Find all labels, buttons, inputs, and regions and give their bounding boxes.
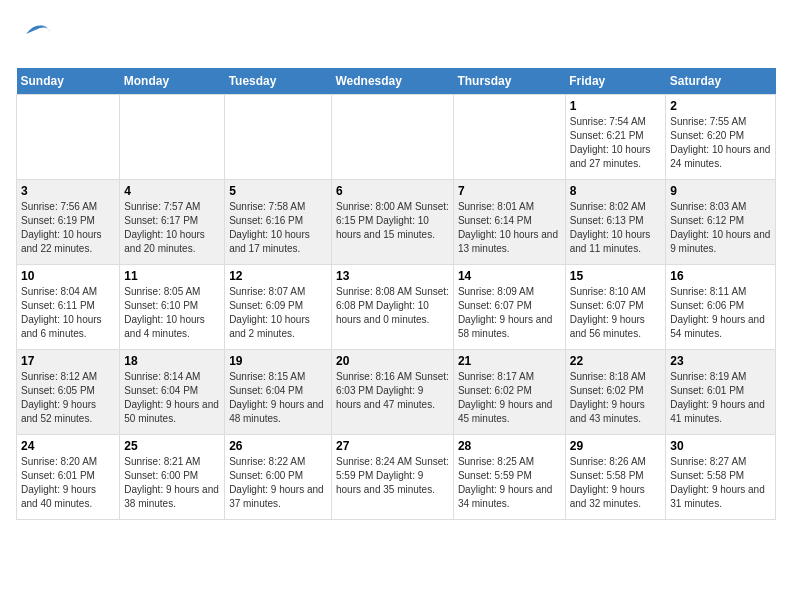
calendar-cell: 30Sunrise: 8:27 AM Sunset: 5:58 PM Dayli… (666, 435, 776, 520)
calendar-cell: 28Sunrise: 8:25 AM Sunset: 5:59 PM Dayli… (453, 435, 565, 520)
day-detail: Sunrise: 8:05 AM Sunset: 6:10 PM Dayligh… (124, 285, 220, 341)
calendar-cell: 15Sunrise: 8:10 AM Sunset: 6:07 PM Dayli… (565, 265, 665, 350)
day-number: 9 (670, 184, 771, 198)
calendar-cell: 25Sunrise: 8:21 AM Sunset: 6:00 PM Dayli… (120, 435, 225, 520)
day-number: 8 (570, 184, 661, 198)
day-detail: Sunrise: 8:04 AM Sunset: 6:11 PM Dayligh… (21, 285, 115, 341)
day-detail: Sunrise: 7:58 AM Sunset: 6:16 PM Dayligh… (229, 200, 327, 256)
calendar-cell (331, 95, 453, 180)
day-number: 15 (570, 269, 661, 283)
day-number: 22 (570, 354, 661, 368)
day-detail: Sunrise: 8:21 AM Sunset: 6:00 PM Dayligh… (124, 455, 220, 511)
calendar-cell: 23Sunrise: 8:19 AM Sunset: 6:01 PM Dayli… (666, 350, 776, 435)
logo-icon (16, 16, 56, 56)
day-number: 14 (458, 269, 561, 283)
calendar-cell: 6Sunrise: 8:00 AM Sunset: 6:15 PM Daylig… (331, 180, 453, 265)
day-detail: Sunrise: 8:12 AM Sunset: 6:05 PM Dayligh… (21, 370, 115, 426)
calendar-cell: 10Sunrise: 8:04 AM Sunset: 6:11 PM Dayli… (17, 265, 120, 350)
day-detail: Sunrise: 8:17 AM Sunset: 6:02 PM Dayligh… (458, 370, 561, 426)
day-detail: Sunrise: 7:55 AM Sunset: 6:20 PM Dayligh… (670, 115, 771, 171)
day-number: 3 (21, 184, 115, 198)
calendar-week-row: 10Sunrise: 8:04 AM Sunset: 6:11 PM Dayli… (17, 265, 776, 350)
calendar-cell: 24Sunrise: 8:20 AM Sunset: 6:01 PM Dayli… (17, 435, 120, 520)
day-detail: Sunrise: 8:00 AM Sunset: 6:15 PM Dayligh… (336, 200, 449, 242)
page-header (16, 16, 776, 56)
day-number: 24 (21, 439, 115, 453)
calendar-cell (453, 95, 565, 180)
calendar-cell: 12Sunrise: 8:07 AM Sunset: 6:09 PM Dayli… (225, 265, 332, 350)
calendar-cell (17, 95, 120, 180)
weekday-header: Thursday (453, 68, 565, 95)
day-detail: Sunrise: 8:24 AM Sunset: 5:59 PM Dayligh… (336, 455, 449, 497)
day-number: 27 (336, 439, 449, 453)
calendar-cell: 11Sunrise: 8:05 AM Sunset: 6:10 PM Dayli… (120, 265, 225, 350)
day-number: 16 (670, 269, 771, 283)
day-number: 6 (336, 184, 449, 198)
day-detail: Sunrise: 8:14 AM Sunset: 6:04 PM Dayligh… (124, 370, 220, 426)
calendar-week-row: 17Sunrise: 8:12 AM Sunset: 6:05 PM Dayli… (17, 350, 776, 435)
day-number: 10 (21, 269, 115, 283)
calendar-cell: 1Sunrise: 7:54 AM Sunset: 6:21 PM Daylig… (565, 95, 665, 180)
day-detail: Sunrise: 8:09 AM Sunset: 6:07 PM Dayligh… (458, 285, 561, 341)
calendar-cell: 20Sunrise: 8:16 AM Sunset: 6:03 PM Dayli… (331, 350, 453, 435)
day-detail: Sunrise: 8:27 AM Sunset: 5:58 PM Dayligh… (670, 455, 771, 511)
day-number: 29 (570, 439, 661, 453)
calendar-cell: 13Sunrise: 8:08 AM Sunset: 6:08 PM Dayli… (331, 265, 453, 350)
day-number: 2 (670, 99, 771, 113)
calendar-cell: 29Sunrise: 8:26 AM Sunset: 5:58 PM Dayli… (565, 435, 665, 520)
day-detail: Sunrise: 8:08 AM Sunset: 6:08 PM Dayligh… (336, 285, 449, 327)
day-detail: Sunrise: 8:26 AM Sunset: 5:58 PM Dayligh… (570, 455, 661, 511)
logo (16, 16, 60, 56)
weekday-header: Tuesday (225, 68, 332, 95)
calendar-cell (225, 95, 332, 180)
calendar-cell: 8Sunrise: 8:02 AM Sunset: 6:13 PM Daylig… (565, 180, 665, 265)
weekday-header: Friday (565, 68, 665, 95)
day-detail: Sunrise: 8:18 AM Sunset: 6:02 PM Dayligh… (570, 370, 661, 426)
day-detail: Sunrise: 8:10 AM Sunset: 6:07 PM Dayligh… (570, 285, 661, 341)
weekday-header: Saturday (666, 68, 776, 95)
day-number: 11 (124, 269, 220, 283)
day-detail: Sunrise: 7:54 AM Sunset: 6:21 PM Dayligh… (570, 115, 661, 171)
weekday-header: Sunday (17, 68, 120, 95)
calendar-cell: 26Sunrise: 8:22 AM Sunset: 6:00 PM Dayli… (225, 435, 332, 520)
day-detail: Sunrise: 7:57 AM Sunset: 6:17 PM Dayligh… (124, 200, 220, 256)
day-detail: Sunrise: 8:15 AM Sunset: 6:04 PM Dayligh… (229, 370, 327, 426)
calendar-cell: 21Sunrise: 8:17 AM Sunset: 6:02 PM Dayli… (453, 350, 565, 435)
calendar-week-row: 1Sunrise: 7:54 AM Sunset: 6:21 PM Daylig… (17, 95, 776, 180)
calendar-cell: 5Sunrise: 7:58 AM Sunset: 6:16 PM Daylig… (225, 180, 332, 265)
calendar-table: SundayMondayTuesdayWednesdayThursdayFrid… (16, 68, 776, 520)
day-detail: Sunrise: 8:25 AM Sunset: 5:59 PM Dayligh… (458, 455, 561, 511)
day-number: 5 (229, 184, 327, 198)
day-number: 28 (458, 439, 561, 453)
day-number: 4 (124, 184, 220, 198)
calendar-cell: 18Sunrise: 8:14 AM Sunset: 6:04 PM Dayli… (120, 350, 225, 435)
day-number: 1 (570, 99, 661, 113)
calendar-cell (120, 95, 225, 180)
calendar-cell: 7Sunrise: 8:01 AM Sunset: 6:14 PM Daylig… (453, 180, 565, 265)
day-detail: Sunrise: 8:11 AM Sunset: 6:06 PM Dayligh… (670, 285, 771, 341)
day-number: 30 (670, 439, 771, 453)
calendar-week-row: 3Sunrise: 7:56 AM Sunset: 6:19 PM Daylig… (17, 180, 776, 265)
calendar-cell: 17Sunrise: 8:12 AM Sunset: 6:05 PM Dayli… (17, 350, 120, 435)
calendar-cell: 3Sunrise: 7:56 AM Sunset: 6:19 PM Daylig… (17, 180, 120, 265)
day-number: 20 (336, 354, 449, 368)
calendar-week-row: 24Sunrise: 8:20 AM Sunset: 6:01 PM Dayli… (17, 435, 776, 520)
day-number: 25 (124, 439, 220, 453)
calendar-cell: 2Sunrise: 7:55 AM Sunset: 6:20 PM Daylig… (666, 95, 776, 180)
calendar-cell: 4Sunrise: 7:57 AM Sunset: 6:17 PM Daylig… (120, 180, 225, 265)
calendar-cell: 16Sunrise: 8:11 AM Sunset: 6:06 PM Dayli… (666, 265, 776, 350)
calendar-cell: 27Sunrise: 8:24 AM Sunset: 5:59 PM Dayli… (331, 435, 453, 520)
day-number: 13 (336, 269, 449, 283)
day-number: 7 (458, 184, 561, 198)
weekday-header: Monday (120, 68, 225, 95)
day-number: 19 (229, 354, 327, 368)
calendar-header-row: SundayMondayTuesdayWednesdayThursdayFrid… (17, 68, 776, 95)
day-number: 17 (21, 354, 115, 368)
day-detail: Sunrise: 8:07 AM Sunset: 6:09 PM Dayligh… (229, 285, 327, 341)
calendar-cell: 19Sunrise: 8:15 AM Sunset: 6:04 PM Dayli… (225, 350, 332, 435)
day-detail: Sunrise: 8:01 AM Sunset: 6:14 PM Dayligh… (458, 200, 561, 256)
day-number: 23 (670, 354, 771, 368)
calendar-cell: 9Sunrise: 8:03 AM Sunset: 6:12 PM Daylig… (666, 180, 776, 265)
calendar-cell: 22Sunrise: 8:18 AM Sunset: 6:02 PM Dayli… (565, 350, 665, 435)
day-detail: Sunrise: 7:56 AM Sunset: 6:19 PM Dayligh… (21, 200, 115, 256)
